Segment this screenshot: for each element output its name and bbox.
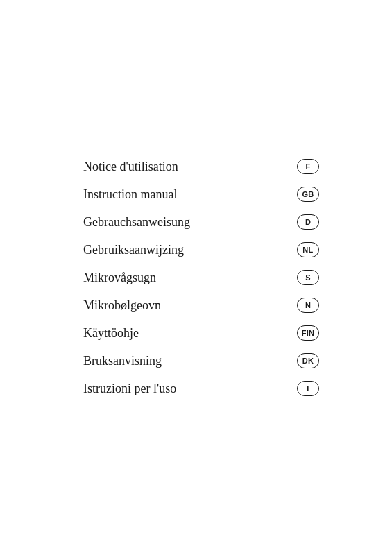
language-label: Gebruiksaanwijzing — [83, 243, 184, 257]
page-container: Notice d'utilisationFInstruction manualG… — [0, 0, 392, 555]
language-label: Mikrovågsugn — [83, 271, 156, 285]
language-label: Käyttöohje — [83, 326, 139, 341]
language-badge: DK — [297, 353, 319, 368]
language-item: Instruction manualGB — [83, 180, 319, 208]
language-item: MikrovågsugnS — [83, 264, 319, 291]
language-label: Gebrauchsanweisung — [83, 215, 190, 230]
language-item: KäyttöohjeFIN — [83, 319, 319, 347]
language-item: Istruzioni per l'usoI — [83, 375, 319, 402]
language-badge: I — [297, 381, 319, 396]
language-label: Notice d'utilisation — [83, 160, 178, 174]
language-list: Notice d'utilisationFInstruction manualG… — [83, 153, 319, 402]
language-item: GebruiksaanwijzingNL — [83, 236, 319, 264]
language-item: BruksanvisningDK — [83, 347, 319, 375]
language-badge: D — [297, 214, 319, 230]
language-badge: NL — [297, 242, 319, 257]
language-item: MikrobølgeovnN — [83, 291, 319, 319]
language-label: Instruction manual — [83, 187, 177, 202]
language-badge: F — [297, 159, 319, 174]
language-label: Mikrobølgeovn — [83, 298, 161, 313]
language-label: Bruksanvisning — [83, 354, 162, 368]
language-badge: GB — [297, 187, 319, 202]
language-item: Notice d'utilisationF — [83, 153, 319, 180]
language-label: Istruzioni per l'uso — [83, 382, 176, 396]
language-badge: FIN — [297, 325, 319, 341]
language-item: GebrauchsanweisungD — [83, 208, 319, 236]
language-badge: S — [297, 270, 319, 285]
language-badge: N — [297, 298, 319, 313]
